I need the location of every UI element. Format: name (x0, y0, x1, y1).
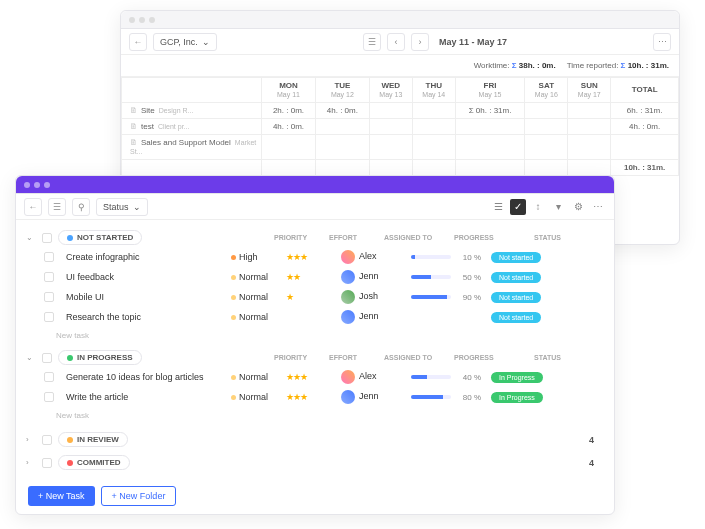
task-effort[interactable]: ★★ (286, 272, 341, 282)
group-checkbox[interactable] (42, 233, 52, 243)
new-task-button[interactable]: + New Task (28, 486, 95, 506)
row-name[interactable]: 🗎Sales and Support ModelMarket St... (122, 134, 262, 159)
task-row[interactable]: Generate 10 ideas for blog articles Norm… (16, 367, 614, 387)
task-progress[interactable]: 50 % (411, 273, 491, 282)
task-row[interactable]: Create infographic High ★★★ Alex 10 % No… (16, 247, 614, 267)
task-effort[interactable]: ★★★ (286, 372, 341, 382)
group-checkbox[interactable] (42, 353, 52, 363)
time-cell[interactable] (455, 118, 525, 134)
expand-icon[interactable]: › (26, 458, 36, 467)
task-name[interactable]: Generate 10 ideas for blog articles (66, 372, 231, 382)
time-cell[interactable] (568, 102, 611, 118)
gear-icon[interactable]: ⚙ (570, 199, 586, 215)
checkbox-icon[interactable]: ✓ (510, 199, 526, 215)
time-cell[interactable]: 4h. : 0m. (262, 118, 316, 134)
task-effort[interactable]: ★★★ (286, 392, 341, 402)
status-pill[interactable]: NOT STARTED (58, 230, 142, 245)
task-priority[interactable]: Normal (231, 372, 286, 382)
task-priority[interactable]: Normal (231, 272, 286, 282)
task-assignee[interactable]: Jenn (341, 310, 411, 324)
task-checkbox[interactable] (44, 272, 54, 282)
time-cell[interactable]: Σ 0h. : 31m. (455, 102, 525, 118)
list-view-icon[interactable]: ☰ (490, 199, 506, 215)
time-cell[interactable] (525, 134, 568, 159)
task-row[interactable]: Write the article Normal ★★★ Jenn 80 % I… (16, 387, 614, 407)
next-week-button[interactable]: › (411, 33, 429, 51)
workspace-select[interactable]: GCP, Inc. ⌄ (153, 33, 217, 51)
task-row[interactable]: UI feedback Normal ★★ Jenn 50 % Not star… (16, 267, 614, 287)
task-checkbox[interactable] (44, 292, 54, 302)
task-priority[interactable]: Normal (231, 392, 286, 402)
sort-icon[interactable]: ↕ (530, 199, 546, 215)
task-checkbox[interactable] (44, 392, 54, 402)
task-checkbox[interactable] (44, 252, 54, 262)
time-cell[interactable] (262, 134, 316, 159)
new-task-inline[interactable]: New task (16, 327, 614, 348)
task-name[interactable]: Write the article (66, 392, 231, 402)
settings-icon[interactable]: ☰ (48, 198, 66, 216)
task-row[interactable]: Mobile UI Normal ★ Josh 90 % Not started (16, 287, 614, 307)
task-checkbox[interactable] (44, 372, 54, 382)
time-cell[interactable] (412, 134, 455, 159)
time-cell[interactable] (369, 102, 412, 118)
task-name[interactable]: Mobile UI (66, 292, 231, 302)
task-status[interactable]: Not started (491, 312, 561, 323)
back-button[interactable]: ← (129, 33, 147, 51)
task-status[interactable]: In Progress (491, 392, 561, 403)
time-cell[interactable] (525, 118, 568, 134)
task-assignee[interactable]: Alex (341, 370, 411, 384)
task-effort[interactable]: ★ (286, 292, 341, 302)
task-assignee[interactable]: Jenn (341, 270, 411, 284)
task-name[interactable]: Research the topic (66, 312, 231, 322)
new-task-inline[interactable]: New task (16, 407, 614, 428)
time-cell[interactable] (412, 118, 455, 134)
task-row[interactable]: Research the topic Normal Jenn Not start… (16, 307, 614, 327)
time-cell[interactable] (369, 118, 412, 134)
time-cell[interactable] (412, 102, 455, 118)
filter-funnel-icon[interactable]: ▾ (550, 199, 566, 215)
new-folder-button[interactable]: + New Folder (101, 486, 177, 506)
task-progress[interactable]: 40 % (411, 373, 491, 382)
task-progress[interactable]: 80 % (411, 393, 491, 402)
task-name[interactable]: Create infographic (66, 252, 231, 262)
back-button[interactable]: ← (24, 198, 42, 216)
group-checkbox[interactable] (42, 435, 52, 445)
time-cell[interactable]: 2h. : 0m. (262, 102, 316, 118)
status-pill[interactable]: IN PROGRESS (58, 350, 142, 365)
group-checkbox[interactable] (42, 458, 52, 468)
status-filter[interactable]: Status ⌄ (96, 198, 148, 216)
task-priority[interactable]: High (231, 252, 286, 262)
task-status[interactable]: Not started (491, 252, 561, 263)
time-cell[interactable] (315, 134, 369, 159)
more-icon[interactable]: ⋯ (590, 199, 606, 215)
task-status[interactable]: Not started (491, 292, 561, 303)
view-toggle-button[interactable]: ☰ (363, 33, 381, 51)
task-progress[interactable]: 90 % (411, 293, 491, 302)
filter-icon[interactable]: ⚲ (72, 198, 90, 216)
time-cell[interactable] (568, 118, 611, 134)
task-progress[interactable]: 10 % (411, 253, 491, 262)
expand-icon[interactable]: › (26, 435, 36, 444)
row-name[interactable]: 🗎testClient pr... (122, 118, 262, 134)
time-cell[interactable] (315, 118, 369, 134)
more-button[interactable]: ⋯ (653, 33, 671, 51)
time-cell[interactable]: 4h. : 0m. (315, 102, 369, 118)
collapse-icon[interactable]: ⌄ (26, 233, 36, 242)
task-assignee[interactable]: Alex (341, 250, 411, 264)
task-assignee[interactable]: Jenn (341, 390, 411, 404)
task-effort[interactable]: ★★★ (286, 252, 341, 262)
time-cell[interactable] (455, 134, 525, 159)
time-cell[interactable] (525, 102, 568, 118)
time-cell[interactable] (568, 134, 611, 159)
task-name[interactable]: UI feedback (66, 272, 231, 282)
task-assignee[interactable]: Josh (341, 290, 411, 304)
task-checkbox[interactable] (44, 312, 54, 322)
prev-week-button[interactable]: ‹ (387, 33, 405, 51)
row-name[interactable]: 🗎SiteDesign R... (122, 102, 262, 118)
task-status[interactable]: Not started (491, 272, 561, 283)
collapse-icon[interactable]: ⌄ (26, 353, 36, 362)
status-pill[interactable]: COMMITED (58, 455, 130, 470)
task-status[interactable]: In Progress (491, 372, 561, 383)
time-cell[interactable] (369, 134, 412, 159)
task-priority[interactable]: Normal (231, 292, 286, 302)
